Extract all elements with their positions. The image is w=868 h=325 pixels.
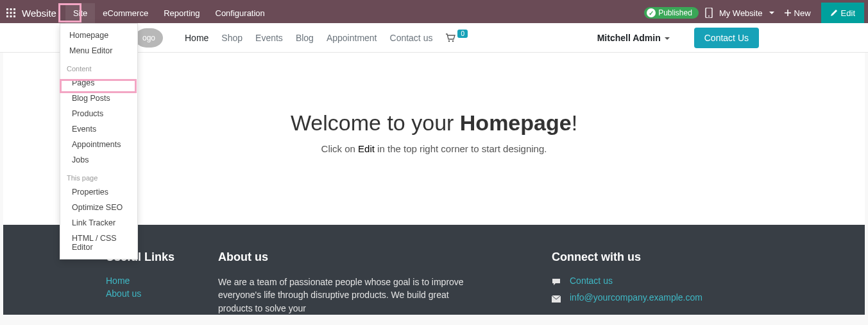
- hero-sub-suffix: in the top right corner to start designi…: [375, 143, 547, 154]
- svg-point-11: [448, 40, 450, 41]
- svg-rect-8: [13, 15, 15, 17]
- hero-title-suffix: !: [572, 110, 577, 135]
- nav-home[interactable]: Home: [185, 33, 208, 43]
- svg-rect-4: [10, 12, 12, 14]
- dd-html-css-editor[interactable]: HTML / CSS Editor: [60, 231, 137, 255]
- svg-rect-5: [13, 12, 15, 14]
- dd-events[interactable]: Events: [60, 121, 137, 137]
- footer-email[interactable]: info@yourcompany.example.com: [570, 292, 702, 303]
- brand-label[interactable]: Website: [22, 8, 65, 19]
- svg-point-12: [452, 40, 454, 41]
- dd-properties[interactable]: Properties: [60, 184, 137, 200]
- cart-icon: [445, 33, 455, 42]
- edit-button[interactable]: Edit: [821, 3, 864, 23]
- hero-title-bold: Homepage: [460, 110, 572, 135]
- footer-link-home[interactable]: Home: [106, 276, 218, 286]
- dd-homepage[interactable]: Homepage: [60, 28, 137, 43]
- footer-contact-link[interactable]: Contact us: [570, 276, 613, 286]
- new-label: New: [794, 8, 811, 18]
- nav-appointment[interactable]: Appointment: [327, 33, 377, 43]
- svg-rect-3: [6, 12, 8, 14]
- plus-icon: [785, 10, 791, 16]
- envelope-icon: [552, 295, 562, 303]
- contact-us-button[interactable]: Contact Us: [694, 28, 759, 48]
- dd-blog-posts[interactable]: Blog Posts: [60, 91, 137, 106]
- svg-point-10: [708, 15, 710, 17]
- hero-title-prefix: Welcome to your: [291, 110, 460, 135]
- published-label: Published: [658, 8, 692, 17]
- pencil-icon: [830, 9, 838, 17]
- site-dropdown: Homepage Menu Editor Content Pages Blog …: [60, 23, 138, 259]
- site-logo[interactable]: ogo: [135, 28, 163, 48]
- edit-label: Edit: [841, 8, 855, 18]
- cart-count: 0: [457, 30, 468, 38]
- new-button[interactable]: New: [781, 6, 815, 21]
- nav-contact-us[interactable]: Contact us: [390, 33, 433, 43]
- menu-site[interactable]: Site: [65, 3, 95, 23]
- svg-rect-2: [13, 8, 15, 10]
- footer-link-about[interactable]: About us: [106, 288, 218, 299]
- nav-events[interactable]: Events: [255, 33, 283, 43]
- hero-sub-edit: Edit: [358, 143, 375, 154]
- svg-rect-7: [10, 15, 12, 17]
- svg-rect-6: [6, 15, 8, 17]
- dd-header-content: Content: [60, 58, 137, 75]
- check-icon: ✓: [647, 8, 656, 17]
- nav-blog[interactable]: Blog: [296, 33, 314, 43]
- dd-pages[interactable]: Pages: [60, 75, 137, 91]
- apps-icon[interactable]: [0, 8, 22, 17]
- footer-connect-heading: Connect with us: [552, 250, 762, 264]
- dd-appointments[interactable]: Appointments: [60, 137, 137, 152]
- main-menubar: Website Site eCommerce Reporting Configu…: [0, 3, 868, 23]
- dd-link-tracker[interactable]: Link Tracker: [60, 215, 137, 231]
- footer-useful-links: Useful Links Home About us: [106, 250, 218, 315]
- nav-shop[interactable]: Shop: [221, 33, 243, 43]
- footer-about-text: We are a team of passionate people whose…: [218, 276, 481, 315]
- dd-menu-editor[interactable]: Menu Editor: [60, 43, 137, 58]
- website-selector[interactable]: My Website: [719, 8, 774, 18]
- speech-icon: [552, 277, 562, 286]
- published-toggle[interactable]: ✓ Published: [644, 7, 699, 19]
- dd-products[interactable]: Products: [60, 106, 137, 121]
- svg-rect-1: [10, 8, 12, 10]
- dd-optimize-seo[interactable]: Optimize SEO: [60, 200, 137, 215]
- menu-reporting[interactable]: Reporting: [156, 3, 207, 23]
- menu-configuration[interactable]: Configuration: [208, 3, 273, 23]
- footer-about-heading: About us: [218, 250, 552, 264]
- mobile-preview-icon[interactable]: [705, 8, 713, 18]
- dd-jobs[interactable]: Jobs: [60, 152, 137, 168]
- hero-sub-prefix: Click on: [321, 143, 359, 154]
- dd-header-thispage: This page: [60, 168, 137, 184]
- footer-about: About us We are a team of passionate peo…: [218, 250, 552, 315]
- cart-button[interactable]: 0: [445, 33, 468, 42]
- user-dropdown[interactable]: Mitchell Admin: [597, 33, 670, 43]
- footer-connect: Connect with us Contact us info@yourcomp…: [552, 250, 762, 315]
- menu-ecommerce[interactable]: eCommerce: [95, 3, 156, 23]
- svg-rect-0: [6, 8, 8, 10]
